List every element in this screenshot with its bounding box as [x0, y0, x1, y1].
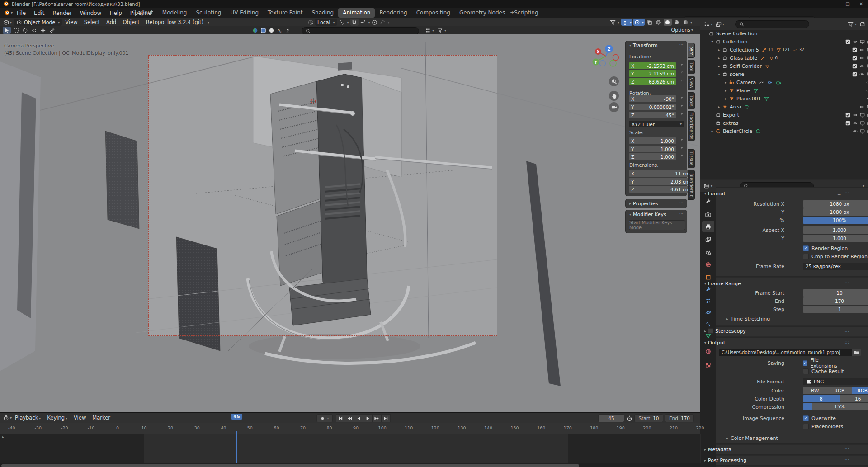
- playhead-line[interactable]: [236, 431, 237, 463]
- outliner-row[interactable]: extras: [700, 119, 868, 127]
- frame-end-field[interactable]: 170: [803, 297, 868, 305]
- cursor-tool-button[interactable]: [39, 27, 47, 34]
- properties-subpanel[interactable]: ▸Properties∷∷: [625, 199, 687, 208]
- outliner-filter-obj-icon[interactable]: [715, 21, 722, 27]
- n-panel-tab-tools[interactable]: Tools: [688, 92, 695, 109]
- n-panel-tab-tool[interactable]: Tool: [688, 60, 695, 74]
- transform-field-dimensions-z[interactable]: Z4.61 cm: [629, 186, 692, 193]
- disclosure-icon[interactable]: ▸: [723, 89, 728, 93]
- viewport-menu-view[interactable]: View: [62, 19, 80, 25]
- workspace-tab-compositing[interactable]: Compositing: [412, 8, 455, 18]
- color-mode-toggle[interactable]: BWRGBRGBA: [803, 387, 868, 394]
- n-panel-tab-blenderkit[interactable]: BlenderKit: [688, 170, 695, 200]
- workspace-tab-modeling[interactable]: Modeling: [158, 8, 192, 18]
- scene-category-icon[interactable]: [268, 27, 274, 33]
- menu-file[interactable]: File: [13, 8, 30, 18]
- check-toggle-icon[interactable]: [851, 55, 858, 61]
- outliner-row[interactable]: ▸Plane.001: [700, 94, 868, 103]
- stereoscopy-panel-header[interactable]: ▸Stereoscopy∷∷: [700, 327, 853, 335]
- menu-render[interactable]: Render: [48, 8, 76, 18]
- select-lasso-tool-button[interactable]: [30, 27, 38, 34]
- jump-to-prev-keyframe-button[interactable]: [345, 414, 354, 422]
- color-management-subpanel[interactable]: ▸Color Management: [726, 435, 778, 441]
- stereoscopy-checkbox[interactable]: [708, 328, 713, 334]
- timeline-menu-marker[interactable]: Marker: [89, 415, 113, 421]
- disclosure-icon[interactable]: ▸: [717, 56, 722, 60]
- transform-field-location-z[interactable]: Z63.626 cm: [629, 78, 676, 85]
- transform-field-location-y[interactable]: Y2.1159 cm: [629, 70, 676, 77]
- frame-rate-dropdown[interactable]: 25 кадров/сек▾: [803, 263, 868, 270]
- add-workspace-button[interactable]: +: [505, 8, 519, 18]
- jump-to-end-button[interactable]: [381, 414, 391, 422]
- outliner-display-mode-icon[interactable]: [703, 21, 710, 27]
- outliner-row[interactable]: ▸Glass table6: [700, 54, 868, 62]
- selectability-filter-button[interactable]: ▾: [609, 19, 620, 26]
- output-path-field[interactable]: C:\Users\dobro\Desktop\...om\motion_roun…: [719, 349, 852, 356]
- metadata-panel-header[interactable]: ▸Metadata∷∷: [700, 446, 853, 453]
- eye-toggle-icon[interactable]: [851, 120, 859, 126]
- screen-toggle-icon[interactable]: [859, 128, 866, 134]
- lock-icon[interactable]: ect x="3" y="6.5" width="8" height="5.5"…: [679, 104, 685, 110]
- stopwatch-icon[interactable]: [626, 415, 632, 421]
- eye-toggle-icon[interactable]: [865, 87, 868, 94]
- play-reverse-button[interactable]: [354, 414, 363, 422]
- shading-solid-button[interactable]: [664, 19, 672, 26]
- workspace-tab-sculpting[interactable]: Sculpting: [191, 8, 226, 18]
- menu-help[interactable]: Help: [105, 8, 126, 18]
- disclosure-icon[interactable]: ▸: [717, 48, 722, 52]
- check-toggle-icon[interactable]: [844, 120, 851, 126]
- measure-tool-button[interactable]: [48, 27, 56, 34]
- disclosure-icon[interactable]: ▸: [723, 80, 728, 85]
- outliner-row[interactable]: ▾Collection: [700, 38, 868, 46]
- color-option-rgb[interactable]: RGB: [827, 387, 852, 394]
- resolution-x-field[interactable]: 1080 px: [803, 200, 868, 208]
- outliner-row[interactable]: ▸Area: [700, 103, 868, 111]
- frame-step-field[interactable]: 1: [803, 306, 868, 313]
- eye-toggle-icon[interactable]: [858, 63, 865, 69]
- editor-type-icon[interactable]: [3, 19, 9, 25]
- properties-editor-icon[interactable]: [703, 183, 710, 189]
- file-format-dropdown[interactable]: PNG▾: [803, 378, 868, 385]
- jump-to-start-button[interactable]: [336, 414, 345, 422]
- eye-toggle-icon[interactable]: [851, 128, 859, 134]
- timeline-menu-view[interactable]: View: [71, 415, 89, 421]
- workspace-tab-layout[interactable]: Layout: [130, 8, 158, 18]
- timeline-scrollbar[interactable]: [0, 463, 700, 467]
- transform-field-location-x[interactable]: X-2.1563 cm: [629, 62, 676, 69]
- outliner-row[interactable]: ▸Collection 51112137: [700, 46, 868, 54]
- disclosure-icon[interactable]: ▸: [710, 129, 715, 133]
- properties-tab-material[interactable]: [702, 346, 714, 357]
- workspace-tab-animation[interactable]: Animation: [338, 8, 375, 18]
- outliner-row[interactable]: ▸BezierCircle: [700, 127, 868, 135]
- orientation-selector[interactable]: Local▾: [315, 19, 337, 26]
- time-stretching-subpanel[interactable]: ▸Time Stretching: [726, 316, 770, 322]
- properties-tab-render[interactable]: [702, 209, 714, 220]
- properties-tab-scene[interactable]: [702, 246, 714, 257]
- disclosure-icon[interactable]: ▾: [717, 72, 722, 76]
- drag-dots-icon[interactable]: ∷∷: [680, 43, 684, 47]
- properties-tab-view-layer[interactable]: [702, 234, 714, 245]
- timeline-menu-keying[interactable]: Keying▾: [44, 415, 71, 421]
- shading-material-button[interactable]: [673, 19, 681, 26]
- transform-field-dimensions-y[interactable]: Y2.03 cm: [629, 178, 692, 185]
- display-mode-button[interactable]: ▾: [424, 27, 435, 34]
- lock-icon[interactable]: ect x="3" y="6.5" width="8" height="5.5"…: [679, 62, 685, 69]
- options-button[interactable]: Options▾: [671, 27, 693, 33]
- 3d-viewport[interactable]: Camera Perspective (45) Scene Collection…: [0, 34, 700, 412]
- transform-field-scale-z[interactable]: Z1.000: [629, 153, 676, 160]
- transform-field-scale-y[interactable]: Y1.000: [629, 146, 676, 152]
- lock-icon[interactable]: ect x="3" y="6.5" width="8" height="5.5"…: [679, 137, 685, 144]
- format-panel-header[interactable]: ▾Format☰∷∷: [700, 190, 853, 197]
- shading-wireframe-button[interactable]: [655, 19, 663, 26]
- disclosure-icon[interactable]: ▾: [710, 40, 715, 44]
- camera-view-button[interactable]: [609, 102, 619, 112]
- workspace-tab-rendering[interactable]: Rendering: [375, 8, 411, 18]
- asset-filter-button[interactable]: ▾: [436, 27, 447, 34]
- check-toggle-icon[interactable]: [844, 38, 851, 45]
- viewport-menu-select[interactable]: Select: [81, 19, 103, 25]
- post-processing-panel-header[interactable]: ▸Post Processing∷∷: [700, 457, 853, 464]
- transform-panel-header[interactable]: ▾Transform∷∷: [626, 41, 687, 49]
- disclosure-icon[interactable]: ▸: [717, 64, 722, 68]
- resolution-scale-slider[interactable]: 100%: [803, 217, 868, 224]
- eye-toggle-icon[interactable]: [865, 79, 868, 85]
